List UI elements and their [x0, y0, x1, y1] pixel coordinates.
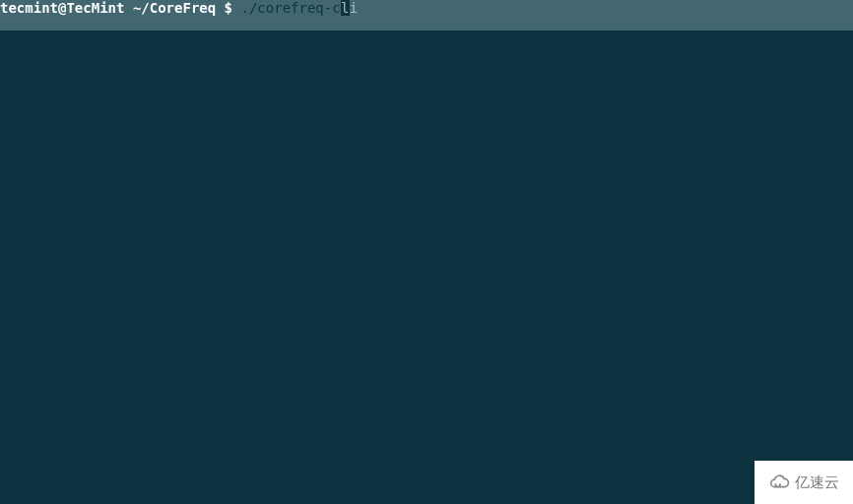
- user-host: tecmint@TecMint: [0, 0, 124, 16]
- current-path: ~/CoreFreq: [133, 0, 216, 16]
- separator-space: [124, 0, 132, 16]
- terminal-window[interactable]: tecmint@TecMint ~/CoreFreq $ ./corefreq-…: [0, 0, 853, 504]
- separator-space-3: [232, 0, 240, 16]
- autosuggestion-tail: i: [350, 0, 358, 16]
- prompt-line: tecmint@TecMint ~/CoreFreq $ ./corefreq-…: [0, 0, 853, 16]
- secondary-bar: [0, 16, 853, 31]
- watermark-badge: 亿速云: [755, 461, 853, 504]
- watermark-text: 亿速云: [795, 474, 839, 490]
- prompt-symbol: $: [225, 0, 232, 16]
- typed-command: /corefreq-c: [249, 0, 341, 16]
- cursor: l: [341, 0, 350, 16]
- separator-space-2: [216, 0, 224, 16]
- typed-dot: .: [240, 0, 248, 16]
- cloud-icon: [768, 472, 790, 493]
